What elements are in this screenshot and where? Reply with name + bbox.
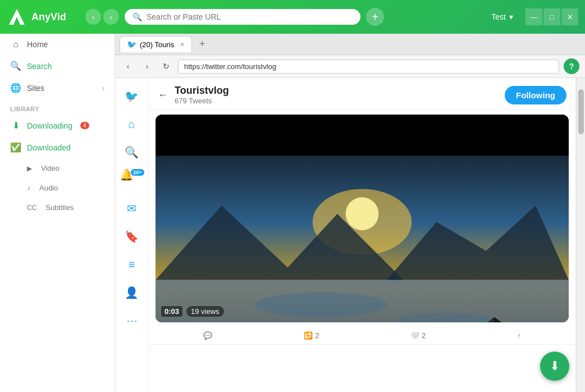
- reply-button[interactable]: 💬: [203, 331, 212, 340]
- main-layout: ⌂ Home 🔍 Search 🌐 Sites › Library ⬇ Down…: [0, 34, 585, 392]
- svg-point-11: [255, 292, 387, 317]
- browser-tab[interactable]: 🐦 (20) Touris ✕: [120, 36, 192, 52]
- search-input[interactable]: [147, 12, 353, 21]
- logo-area: AnyVid: [7, 7, 80, 27]
- twitter-sidebar: 🐦 ⌂ 🔍 🔔 20+ ✉ 🔖 ≡ 👤 ⋯: [115, 78, 149, 392]
- user-dropdown-arrow: ▾: [509, 12, 513, 21]
- sidebar-item-sites[interactable]: 🌐 Sites ›: [0, 77, 115, 99]
- video-icon: ▶: [27, 165, 32, 172]
- profile-back-button[interactable]: ←: [158, 89, 168, 101]
- share-button[interactable]: ↑: [517, 331, 521, 340]
- sidebar-item-audio[interactable]: ♪ Audio: [0, 178, 115, 198]
- help-button[interactable]: ?: [564, 58, 579, 74]
- subtitles-icon: CC: [27, 204, 36, 212]
- svg-marker-0: [9, 9, 25, 25]
- tab-bar: 🐦 (20) Touris ✕ +: [115, 34, 585, 55]
- twitter-profile-icon[interactable]: 👤: [120, 280, 144, 305]
- svg-rect-1: [156, 115, 569, 156]
- sidebar-item-downloaded[interactable]: ✅ Downloaded: [0, 136, 115, 158]
- search-icon: 🔍: [10, 61, 21, 71]
- twitter-more-icon[interactable]: ⋯: [120, 308, 144, 333]
- scrollbar[interactable]: [576, 78, 585, 392]
- audio-icon: ♪: [27, 184, 30, 192]
- sidebar-item-subtitles[interactable]: CC Subtitles: [0, 198, 115, 217]
- download-fab-button[interactable]: ⬇: [540, 352, 569, 381]
- sidebar-item-downloading[interactable]: ⬇ Downloading 4: [0, 115, 115, 136]
- sidebar-item-search[interactable]: 🔍 Search: [0, 55, 115, 77]
- username: Test: [491, 12, 506, 21]
- scroll-thumb[interactable]: [578, 89, 584, 134]
- video-thumbnail: [156, 115, 569, 322]
- browser-nav-buttons: ‹ ›: [85, 9, 119, 25]
- like-button[interactable]: 🤍 2: [410, 331, 426, 340]
- forward-button[interactable]: ›: [103, 9, 119, 25]
- app-name: AnyVid: [31, 11, 66, 23]
- follow-button[interactable]: Following: [505, 86, 566, 104]
- sites-icon: 🌐: [10, 83, 21, 93]
- twitter-bookmarks-icon[interactable]: 🔖: [120, 224, 144, 249]
- profile-header: ← Touristvlog 679 Tweets Following: [149, 78, 575, 110]
- sidebar-search-label: Search: [27, 62, 52, 71]
- like-count: 2: [422, 331, 426, 340]
- search-icon: 🔍: [132, 12, 142, 21]
- downloading-label: Downloading: [27, 121, 72, 130]
- tweet-actions: 💬 🔁 2 🤍 2 ↑: [149, 327, 575, 345]
- notification-count: 20+: [131, 169, 144, 176]
- chevron-right-icon: ›: [102, 84, 104, 92]
- svg-point-5: [346, 197, 379, 230]
- minimize-button[interactable]: —: [525, 8, 542, 25]
- url-bar[interactable]: https://twitter.com/touristvlog: [178, 60, 559, 74]
- library-section-label: Library: [0, 99, 115, 115]
- twitter-search-icon[interactable]: 🔍: [120, 140, 144, 165]
- retweet-count: 2: [315, 331, 319, 340]
- url-text: https://twitter.com/touristvlog: [184, 62, 276, 71]
- sidebar-sites-label: Sites: [27, 84, 44, 93]
- video-timestamp: 0:03: [161, 306, 182, 317]
- check-circle-icon: ✅: [10, 142, 21, 153]
- home-icon: ⌂: [10, 39, 21, 49]
- downloaded-label: Downloaded: [27, 143, 71, 152]
- twitter-favicon: 🐦: [127, 40, 136, 49]
- maximize-button[interactable]: □: [543, 8, 560, 25]
- retweet-button[interactable]: 🔁 2: [304, 331, 319, 340]
- browser-area: 🐦 (20) Touris ✕ + ‹ › ↻ https://twitter.…: [115, 34, 585, 392]
- sidebar-home-label: Home: [27, 40, 48, 49]
- profile-info: Touristvlog 679 Tweets: [175, 85, 505, 105]
- search-bar: 🔍: [125, 9, 360, 25]
- video-player[interactable]: 0:03 19 views: [156, 115, 569, 322]
- downloading-badge: 4: [80, 122, 89, 129]
- add-tab-button[interactable]: +: [366, 8, 384, 26]
- twitter-messages-icon[interactable]: ✉: [120, 196, 144, 221]
- video-view-count: 19 views: [186, 306, 224, 317]
- browser-back-button[interactable]: ‹: [121, 59, 135, 74]
- twitter-lists-icon[interactable]: ≡: [120, 252, 144, 277]
- titlebar: AnyVid ‹ › 🔍 + Test ▾ — □ ✕: [0, 0, 585, 34]
- user-menu[interactable]: Test ▾: [491, 12, 513, 21]
- profile-name: Touristvlog: [175, 85, 505, 97]
- audio-label: Audio: [39, 184, 58, 192]
- new-tab-button[interactable]: +: [194, 37, 210, 52]
- twitter-feed[interactable]: ← Touristvlog 679 Tweets Following: [149, 78, 576, 392]
- close-button[interactable]: ✕: [561, 8, 578, 25]
- video-scene-svg: [156, 115, 569, 322]
- back-button[interactable]: ‹: [85, 9, 101, 25]
- browser-forward-button[interactable]: ›: [140, 59, 154, 74]
- sidebar: ⌂ Home 🔍 Search 🌐 Sites › Library ⬇ Down…: [0, 34, 115, 392]
- browser-reload-button[interactable]: ↻: [159, 59, 173, 74]
- subtitles-label: Subtitles: [45, 203, 74, 212]
- sidebar-item-home[interactable]: ⌂ Home: [0, 34, 115, 55]
- twitter-content: 🐦 ⌂ 🔍 🔔 20+ ✉ 🔖 ≡ 👤 ⋯ ← Tou: [115, 78, 585, 392]
- video-label: Video: [41, 164, 60, 172]
- tweet-count: 679 Tweets: [175, 97, 505, 105]
- app-logo: [7, 7, 27, 27]
- twitter-house-icon[interactable]: ⌂: [120, 112, 144, 136]
- twitter-home-icon[interactable]: 🐦: [120, 84, 144, 108]
- window-controls: — □ ✕: [525, 8, 578, 25]
- sidebar-item-video[interactable]: ▶ Video: [0, 158, 115, 178]
- twitter-notifications-icon[interactable]: 🔔 20+: [120, 168, 144, 193]
- tab-title: (20) Touris: [140, 40, 174, 49]
- close-tab-button[interactable]: ✕: [180, 41, 185, 48]
- download-icon: ⬇: [10, 120, 21, 131]
- browser-navigation: ‹ › ↻ https://twitter.com/touristvlog ?: [115, 55, 585, 78]
